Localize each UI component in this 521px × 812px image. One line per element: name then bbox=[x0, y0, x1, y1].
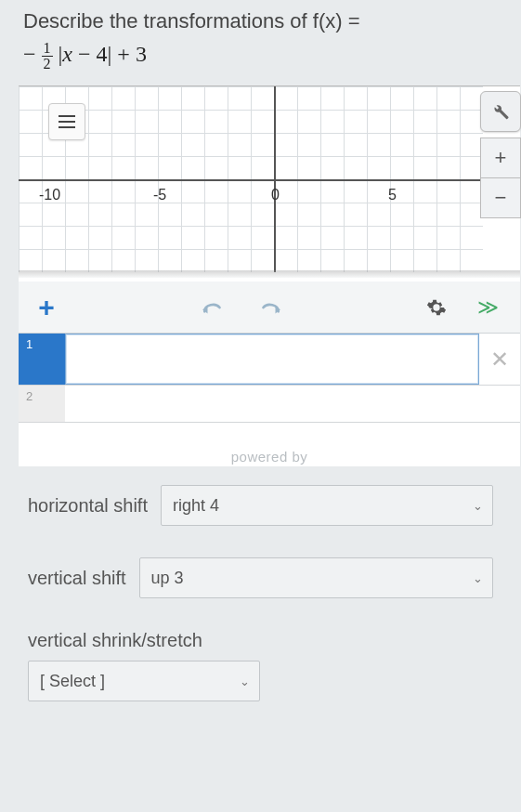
wrench-button[interactable] bbox=[480, 91, 521, 132]
redo-icon bbox=[257, 298, 281, 317]
expression-row: 1 ✕ bbox=[19, 334, 520, 386]
vstretch-value: [ Select ] bbox=[40, 672, 105, 691]
gear-icon bbox=[426, 297, 447, 318]
chevron-down-icon: ⌄ bbox=[240, 674, 250, 688]
vstretch-row: vertical shrink/stretch [ Select ] ⌄ bbox=[28, 630, 493, 701]
graph-right-tools: + − bbox=[480, 91, 521, 217]
expression-row: 2 bbox=[19, 386, 520, 423]
vstretch-select[interactable]: [ Select ] ⌄ bbox=[28, 661, 260, 701]
expression-input-1[interactable] bbox=[65, 334, 479, 385]
tick-neg5: -5 bbox=[153, 187, 166, 203]
add-expression-button[interactable]: + bbox=[19, 282, 74, 334]
question-prompt: Describe the transformations of f(x) = bbox=[0, 0, 521, 41]
hshift-row: horizontal shift right 4 ⌄ bbox=[28, 485, 493, 526]
answer-controls: horizontal shift right 4 ⌄ vertical shif… bbox=[28, 485, 493, 701]
tick-neg10: -10 bbox=[39, 187, 60, 203]
undo-icon bbox=[202, 298, 226, 317]
vshift-label: vertical shift bbox=[28, 568, 126, 589]
hamburger-icon bbox=[59, 115, 75, 128]
hshift-label: horizontal shift bbox=[28, 495, 148, 517]
redo-button[interactable] bbox=[241, 282, 297, 334]
row-number-2[interactable]: 2 bbox=[19, 386, 65, 422]
formula-neg: − bbox=[23, 42, 36, 66]
vshift-row: vertical shift up 3 ⌄ bbox=[28, 557, 493, 598]
undo-button[interactable] bbox=[186, 282, 241, 334]
x-axis bbox=[19, 179, 483, 181]
frac-den: 2 bbox=[42, 57, 53, 72]
zoom-in-button[interactable]: + bbox=[480, 138, 521, 178]
delete-row-button[interactable]: ✕ bbox=[479, 334, 520, 385]
graph-menu-button[interactable] bbox=[48, 103, 85, 140]
tick-pos5: 5 bbox=[388, 187, 397, 203]
formula-body: |x − 4| + 3 bbox=[59, 42, 147, 66]
tick-zero: 0 bbox=[271, 187, 280, 203]
collapse-button[interactable]: ≫ bbox=[464, 282, 520, 334]
frac-num: 1 bbox=[42, 41, 53, 57]
y-axis bbox=[274, 86, 276, 272]
chevron-down-icon: ⌄ bbox=[473, 499, 483, 513]
expression-toolbar: + ≫ bbox=[19, 282, 520, 334]
wrench-icon bbox=[491, 102, 510, 121]
vshift-value: up 3 bbox=[151, 569, 184, 588]
divider-shadow bbox=[19, 270, 520, 278]
settings-button[interactable] bbox=[409, 282, 464, 334]
expression-input-2[interactable] bbox=[65, 386, 520, 422]
vshift-select[interactable]: up 3 ⌄ bbox=[139, 557, 493, 598]
question-formula: − 1 2 |x − 4| + 3 bbox=[0, 41, 521, 81]
powered-by-label: powered by bbox=[19, 449, 520, 465]
vstretch-label: vertical shrink/stretch bbox=[28, 630, 480, 651]
zoom-out-button[interactable]: − bbox=[480, 177, 521, 218]
row-number-1[interactable]: 1 bbox=[19, 334, 65, 385]
fraction: 1 2 bbox=[42, 41, 53, 72]
hshift-select[interactable]: right 4 ⌄ bbox=[161, 485, 493, 526]
chevron-down-icon: ⌄ bbox=[473, 571, 483, 585]
expression-list: 1 ✕ 2 bbox=[19, 334, 520, 423]
graph-widget: -10 -5 0 5 + − + ≫ 1 ✕ 2 bbox=[19, 85, 520, 466]
hshift-value: right 4 bbox=[173, 496, 219, 516]
